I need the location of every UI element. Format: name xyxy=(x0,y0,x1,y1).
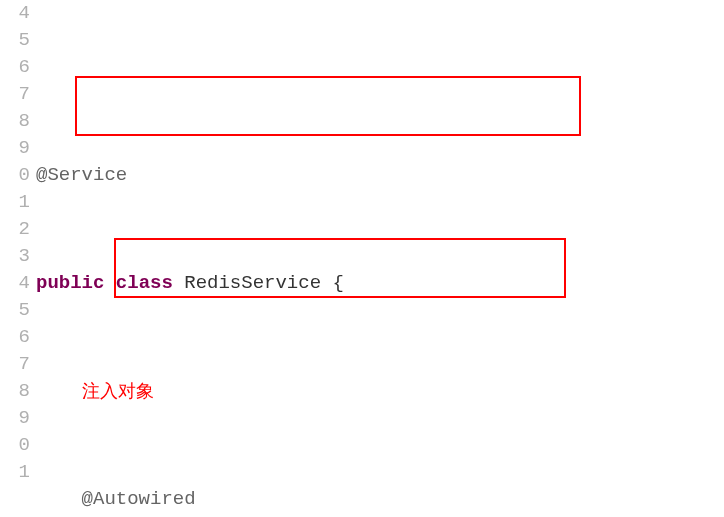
line-number: 1 xyxy=(0,459,30,486)
line-number: 8 xyxy=(0,108,30,135)
brace: { xyxy=(321,272,344,294)
annotation: @Service xyxy=(36,164,127,186)
line-number: 0 xyxy=(0,162,30,189)
line-number: 9 xyxy=(0,135,30,162)
line-number: 1 xyxy=(0,189,30,216)
code-line: @Service xyxy=(36,162,724,189)
line-number: 9 xyxy=(0,405,30,432)
line-number: 3 xyxy=(0,243,30,270)
line-number: 6 xyxy=(0,324,30,351)
line-number: 4 xyxy=(0,0,30,27)
line-number: 4 xyxy=(0,270,30,297)
annotation: @Autowired xyxy=(82,488,196,510)
class-name: RedisService xyxy=(184,272,321,294)
line-number: 8 xyxy=(0,378,30,405)
line-number: 5 xyxy=(0,27,30,54)
code-line: @Autowired xyxy=(36,486,724,513)
code-line: public class RedisService { xyxy=(36,270,724,297)
highlight-box-1 xyxy=(75,76,581,136)
code-editor[interactable]: 4 5 6 7 8 9 0 1 2 3 4 5 6 7 8 9 0 1 @Ser… xyxy=(0,0,724,517)
line-number: 2 xyxy=(0,216,30,243)
keyword: class xyxy=(116,272,173,294)
line-number: 5 xyxy=(0,297,30,324)
code-line: 注入对象 xyxy=(36,378,724,405)
keyword: public xyxy=(36,272,104,294)
annotation-label: 注入对象 xyxy=(82,381,154,401)
line-number: 7 xyxy=(0,351,30,378)
line-gutter: 4 5 6 7 8 9 0 1 2 3 4 5 6 7 8 9 0 1 xyxy=(0,0,36,517)
code-area[interactable]: @Service public class RedisService { 注入对… xyxy=(36,0,724,517)
line-number: 7 xyxy=(0,81,30,108)
line-number: 0 xyxy=(0,432,30,459)
line-number: 6 xyxy=(0,54,30,81)
